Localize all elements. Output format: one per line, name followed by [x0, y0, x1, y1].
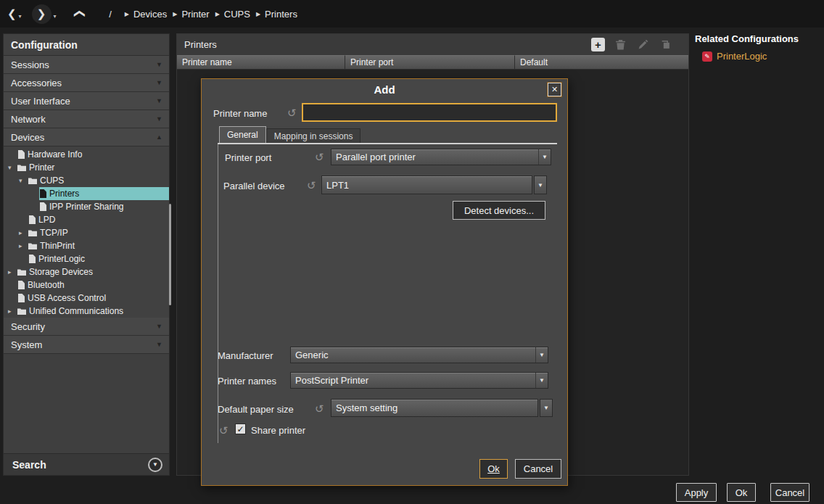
section-collapsed-icon: ▼ — [156, 97, 162, 104]
tree-item-lpd[interactable]: LPD — [4, 213, 169, 226]
tree-item-label: CUPS — [40, 175, 64, 186]
folder-icon — [28, 229, 37, 236]
duplicate-button[interactable] — [659, 38, 672, 51]
printer-names-dropdown[interactable]: PostScript Printer ▼ — [290, 372, 548, 389]
paper-size-combo[interactable]: System setting — [331, 399, 538, 417]
check-icon: ✓ — [236, 424, 244, 434]
sidebar-title: Configuration — [4, 34, 169, 56]
column-header-default[interactable]: Default — [515, 55, 688, 70]
top-navigation-bar: ❮ ▾ ❯ ▾ ❯ / ▶ Devices ▶ Printer ▶ CUPS ▶… — [0, 0, 824, 28]
tree-item-label: Printers — [49, 189, 79, 199]
document-icon — [17, 294, 25, 302]
tree-item-tcpip[interactable]: ▸ TCP/IP — [4, 226, 169, 239]
tree-item-unified-communications[interactable]: ▸ Unified Communications — [4, 305, 169, 318]
dialog-cancel-button[interactable]: Cancel — [515, 459, 561, 479]
tree-expanded-icon[interactable]: ▾ — [8, 164, 17, 171]
up-button[interactable]: ❯ — [74, 7, 83, 20]
dialog-tabs: General Mapping in sessions — [219, 126, 360, 143]
parallel-device-dropdown-button[interactable]: ▼ — [534, 175, 547, 194]
tree-item-label: IPP Printer Sharing — [49, 202, 124, 212]
tree-item-label: USB Access Control — [28, 293, 106, 303]
reset-paper-size-icon[interactable]: ↺ — [315, 403, 324, 414]
edit-button[interactable] — [636, 38, 650, 51]
sidebar-section-accessories[interactable]: Accessories ▼ — [4, 74, 169, 92]
parallel-device-combo[interactable]: LPT1 — [321, 175, 532, 194]
tree-item-storage-devices[interactable]: ▸ Storage Devices — [4, 265, 169, 278]
tree-collapsed-icon[interactable]: ▸ — [8, 307, 17, 315]
reset-share-printer-icon[interactable]: ↺ — [219, 425, 228, 436]
tree-item-usb-access-control[interactable]: USB Access Control — [4, 292, 169, 305]
sidebar-section-sessions[interactable]: Sessions ▼ — [4, 56, 169, 74]
tree-item-cups[interactable]: ▾ CUPS — [4, 174, 169, 187]
tree-item-printer[interactable]: ▾ Printer — [4, 161, 169, 174]
sidebar-section-security[interactable]: Security ▼ — [4, 318, 169, 336]
detect-devices-button[interactable]: Detect devices... — [453, 201, 545, 220]
section-label: System — [11, 339, 42, 350]
document-icon — [39, 189, 46, 198]
reset-printer-name-icon[interactable]: ↺ — [287, 107, 297, 118]
global-cancel-button[interactable]: Cancel — [770, 483, 809, 502]
back-button[interactable]: ❮ ▾ — [7, 7, 22, 20]
printer-port-dropdown[interactable]: Parallel port printer ▼ — [331, 149, 551, 165]
tree-item-label: Printer — [29, 162, 54, 173]
tree-item-label: Storage Devices — [29, 267, 93, 277]
document-icon — [28, 255, 36, 263]
tree-expanded-icon[interactable]: ▾ — [19, 177, 28, 184]
dialog-close-button[interactable]: ✕ — [548, 83, 561, 96]
breadcrumb-cups[interactable]: CUPS — [224, 9, 250, 20]
breadcrumb-root: / — [109, 9, 112, 20]
add-button[interactable]: + — [591, 38, 605, 51]
related-item-label: PrinterLogic — [717, 51, 767, 62]
column-header-printer-port[interactable]: Printer port — [345, 55, 515, 70]
sidebar-section-system[interactable]: System ▼ — [4, 336, 169, 354]
column-header-printer-name[interactable]: Printer name — [177, 55, 345, 70]
tree-item-ipp-printer-sharing[interactable]: IPP Printer Sharing — [4, 200, 169, 213]
manufacturer-value: Generic — [291, 347, 535, 363]
section-label: Network — [11, 114, 46, 125]
breadcrumb-separator-icon: ▶ — [215, 11, 220, 17]
tab-general[interactable]: General — [219, 126, 266, 143]
section-collapsed-icon: ▼ — [156, 61, 162, 68]
apply-button[interactable]: Apply — [676, 483, 717, 502]
share-printer-checkbox[interactable]: ✓ — [235, 424, 246, 434]
forward-button-circle: ❯ — [32, 4, 52, 24]
tab-underline — [218, 143, 557, 144]
tree-item-label: TCP/IP — [40, 228, 68, 238]
sidebar-scrollbar[interactable] — [169, 204, 171, 305]
paper-size-dropdown-button[interactable]: ▼ — [540, 399, 553, 417]
global-ok-button[interactable]: Ok — [727, 483, 756, 502]
default-paper-size-label: Default paper size — [218, 404, 294, 415]
up-icon: ❯ — [72, 9, 85, 19]
search-expand-button[interactable]: ▼ — [148, 458, 162, 472]
sidebar-section-devices[interactable]: Devices ▲ — [4, 128, 169, 146]
printer-name-input[interactable] — [302, 103, 557, 122]
panel-title: Printers — [184, 39, 217, 50]
tree-collapsed-icon[interactable]: ▸ — [8, 268, 17, 276]
tab-mapping-in-sessions[interactable]: Mapping in sessions — [266, 128, 361, 143]
reset-parallel-device-icon[interactable]: ↺ — [307, 180, 316, 191]
tree-collapsed-icon[interactable]: ▸ — [19, 229, 28, 236]
manufacturer-dropdown[interactable]: Generic ▼ — [290, 347, 548, 363]
reset-printer-port-icon[interactable]: ↺ — [315, 152, 324, 162]
tree-item-thinprint[interactable]: ▸ ThinPrint — [4, 239, 169, 252]
tree-collapsed-icon[interactable]: ▸ — [19, 242, 28, 249]
sidebar-section-user-interface[interactable]: User Interface ▼ — [4, 92, 169, 110]
breadcrumb-separator-icon: ▶ — [173, 11, 177, 17]
copy-icon — [660, 39, 671, 50]
tree-item-bluetooth[interactable]: Bluetooth — [4, 278, 169, 292]
section-label: Accessories — [11, 78, 62, 88]
dialog-ok-button[interactable]: Ok — [479, 459, 508, 479]
breadcrumb-devices[interactable]: Devices — [133, 9, 167, 20]
forward-button[interactable]: ❯ ▾ — [32, 4, 57, 24]
tree-item-printerlogic[interactable]: PrinterLogic — [4, 252, 169, 265]
tree-item-hardware-info[interactable]: Hardware Info — [4, 148, 169, 161]
related-item-printerlogic[interactable]: ✎ PrinterLogic — [695, 51, 823, 62]
breadcrumb-printer[interactable]: Printer — [181, 9, 209, 20]
manufacturer-label: Manufacturer — [218, 350, 273, 361]
breadcrumb-printers[interactable]: Printers — [265, 9, 297, 20]
delete-button[interactable] — [614, 38, 627, 51]
trash-icon — [615, 39, 626, 50]
folder-icon — [17, 268, 26, 276]
sidebar-section-network[interactable]: Network ▼ — [4, 110, 169, 128]
tree-item-printers[interactable]: Printers — [4, 187, 169, 200]
